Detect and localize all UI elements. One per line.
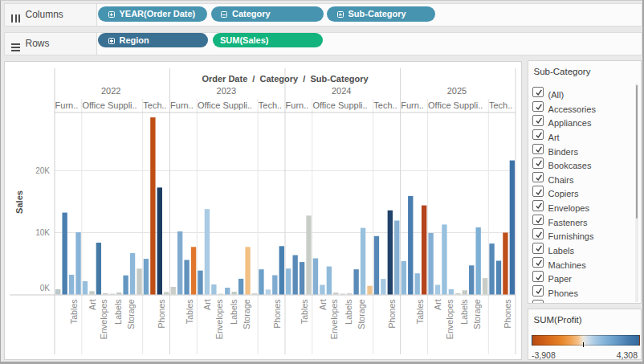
svg-text:Envelopes: Envelopes [99, 299, 108, 339]
svg-text:2024: 2024 [332, 86, 351, 96]
svg-text:Tech..: Tech.. [143, 100, 166, 110]
svg-text:Tables: Tables [415, 299, 425, 324]
svg-text:Tables: Tables [300, 299, 309, 324]
svg-text:Furn..: Furn.. [55, 100, 79, 110]
svg-text:Envelopes: Envelopes [214, 299, 224, 339]
svg-text:Phones: Phones [272, 299, 282, 328]
svg-text:2023: 2023 [217, 86, 236, 96]
svg-text:Tech..: Tech.. [259, 100, 282, 110]
svg-text:Tech..: Tech.. [373, 100, 397, 110]
svg-text:Tables: Tables [69, 299, 79, 324]
svg-text:10K: 10K [35, 228, 50, 237]
svg-text:Office Suppli..: Office Suppli.. [312, 100, 367, 110]
svg-text:Storage: Storage [357, 299, 366, 329]
svg-text:Phones: Phones [387, 299, 397, 328]
svg-text:Phones: Phones [157, 299, 166, 328]
svg-text:Labels: Labels [113, 299, 123, 325]
svg-text:Office Suppli..: Office Suppli.. [82, 100, 137, 110]
svg-text:2025: 2025 [447, 86, 467, 96]
svg-text:Labels: Labels [459, 299, 469, 325]
svg-text:Labels: Labels [344, 299, 353, 325]
svg-text:Sales: Sales [14, 190, 24, 214]
svg-text:Order Date / Category / Su: Order Date / Category / Sub-Category [202, 74, 369, 84]
svg-text:Office Suppli..: Office Suppli.. [198, 100, 252, 110]
svg-text:Storage: Storage [126, 299, 136, 329]
svg-text:2022: 2022 [101, 86, 120, 96]
svg-text:Labels: Labels [229, 299, 238, 325]
svg-text:Office Suppli..: Office Suppli.. [428, 100, 483, 110]
svg-text:Furn..: Furn.. [401, 100, 424, 110]
svg-text:Furn..: Furn.. [286, 100, 309, 110]
svg-text:Art: Art [88, 299, 97, 310]
svg-text:Storage: Storage [242, 299, 251, 329]
svg-text:Phones: Phones [503, 299, 512, 328]
svg-text:Furn..: Furn.. [170, 100, 194, 110]
svg-text:Storage: Storage [472, 299, 482, 329]
svg-text:Envelopes: Envelopes [329, 299, 339, 339]
svg-text:Art: Art [318, 299, 328, 310]
svg-text:Tables: Tables [185, 299, 194, 324]
svg-text:Tech..: Tech.. [489, 100, 512, 110]
svg-text:Envelopes: Envelopes [445, 299, 454, 339]
svg-text:20K: 20K [35, 166, 50, 175]
svg-text:0K: 0K [40, 284, 51, 292]
svg-text:Art: Art [202, 299, 212, 310]
svg-text:Art: Art [433, 299, 442, 310]
